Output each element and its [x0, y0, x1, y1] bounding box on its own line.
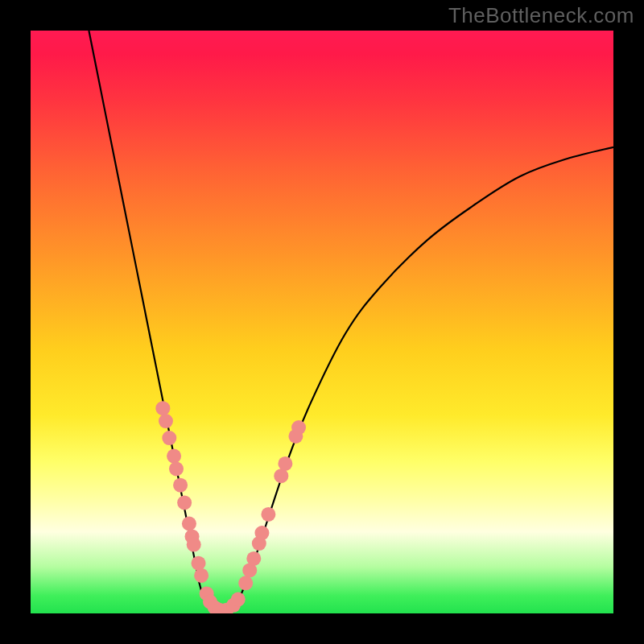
- scatter-point: [254, 526, 269, 540]
- plot-area: [31, 31, 613, 613]
- scatter-point: [246, 551, 261, 566]
- scatter-point: [162, 431, 176, 445]
- scatter-point: [278, 456, 292, 471]
- scatter-point: [182, 517, 196, 531]
- scatter-point: [194, 568, 208, 583]
- scatter-point: [231, 592, 246, 607]
- scatter-point: [173, 478, 188, 493]
- scatter-point: [177, 495, 192, 510]
- scatter-point: [261, 507, 275, 522]
- right-branch-curve: [229, 147, 613, 613]
- left-branch-curve: [89, 31, 217, 613]
- scatter-overlay: [155, 401, 306, 613]
- scatter-point: [192, 556, 206, 571]
- scatter-point: [238, 576, 253, 590]
- curves-layer: [31, 31, 613, 613]
- scatter-point: [291, 420, 306, 435]
- watermark-text: TheBottleneck.com: [448, 3, 634, 28]
- chart-frame: TheBottleneck.com: [0, 0, 644, 644]
- scatter-point: [167, 449, 181, 464]
- scatter-point: [159, 414, 173, 428]
- scatter-point: [155, 401, 170, 415]
- scatter-point: [187, 538, 201, 552]
- scatter-point: [169, 461, 184, 476]
